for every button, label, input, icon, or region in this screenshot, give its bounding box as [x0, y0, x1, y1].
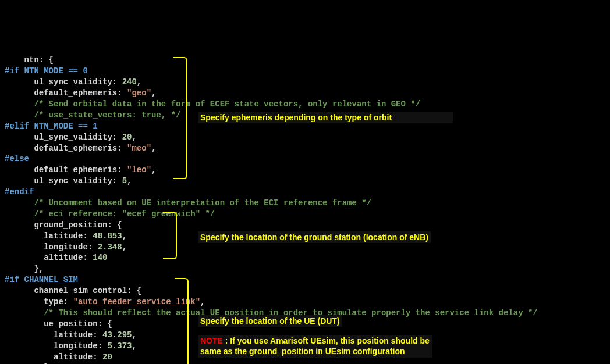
code-line: altitude: [5, 253, 93, 262]
number: 140 [93, 253, 107, 262]
number: 5 [122, 176, 127, 185]
punct: , [132, 330, 136, 340]
string: "leo" [127, 165, 151, 174]
punct: , [151, 144, 156, 153]
code-viewer: ntn: { #if NTN_MODE == 0 ul_sync_validit… [0, 44, 610, 364]
punct: , [132, 133, 136, 142]
punct: , [151, 165, 156, 174]
punct: , [127, 176, 132, 185]
preprocessor-endif: #endif [5, 187, 34, 197]
punct: , [137, 77, 141, 87]
number: 43.295 [102, 330, 132, 340]
code-line: ntn: { [5, 55, 54, 65]
code-line: default_ephemeris: [5, 144, 127, 153]
code-line: ul_sync_validity: [5, 77, 122, 87]
string: "geo" [127, 88, 151, 98]
number: 240 [122, 77, 137, 87]
number: 48.853 [93, 231, 122, 241]
code-line: }, [5, 264, 44, 273]
annotation-ground: Specify the location of the ground stati… [198, 231, 431, 244]
annotation-note: NOTE : If you use Amarisoft UEsim, this … [198, 335, 432, 358]
number: 20 [122, 133, 132, 142]
code-line: default_ephemeris: [5, 88, 127, 98]
code-line: channel_sim_control: { [5, 286, 141, 295]
comment: /* Uncomment based on UE interpretation … [5, 198, 371, 208]
string: "meo" [127, 144, 151, 153]
code-line: ul_sync_validity: [5, 176, 122, 185]
punct: , [200, 297, 205, 306]
code-line: longitude: [5, 242, 98, 252]
code-line: ue_position: { [5, 319, 112, 329]
comment: /* use_state_vectors: true, */ [5, 110, 180, 120]
annotation-ephemeris: Specify ephemeris depending on the type … [198, 112, 453, 124]
punct: , [151, 88, 156, 98]
number: 20 [102, 352, 112, 362]
code-line: altitude: [5, 352, 102, 362]
brace-annotation-2 [163, 212, 177, 259]
comment: /* eci_reference: "ecef_greenwich" */ [5, 209, 215, 219]
number: 5.373 [107, 341, 132, 351]
number: 2.348 [98, 242, 122, 252]
brace-annotation-1 [173, 57, 187, 179]
code-line: longitude: [5, 341, 107, 351]
code-line: ground_position: { [5, 220, 122, 230]
comment: /* Send orbital data in the form of ECEF… [5, 99, 420, 109]
preprocessor-elif: #elif NTN_MODE == 1 [5, 122, 98, 131]
code-line: latitude: [5, 231, 93, 241]
code-line: ul_sync_validity: [5, 133, 122, 142]
code-line: latitude: [5, 330, 102, 340]
punct: , [122, 242, 127, 252]
punct: , [122, 231, 127, 241]
annotation-ue: Specify the location of the UE (DUT) [198, 315, 342, 327]
preprocessor-else: #else [5, 154, 29, 163]
code-line: type: [5, 297, 73, 306]
brace-annotation-3 [175, 278, 189, 364]
punct: , [132, 341, 136, 351]
preprocessor-if: #if NTN_MODE == 0 [5, 66, 88, 76]
code-line: default_ephemeris: [5, 165, 127, 174]
preprocessor-if: #if CHANNEL_SIM [5, 275, 78, 284]
